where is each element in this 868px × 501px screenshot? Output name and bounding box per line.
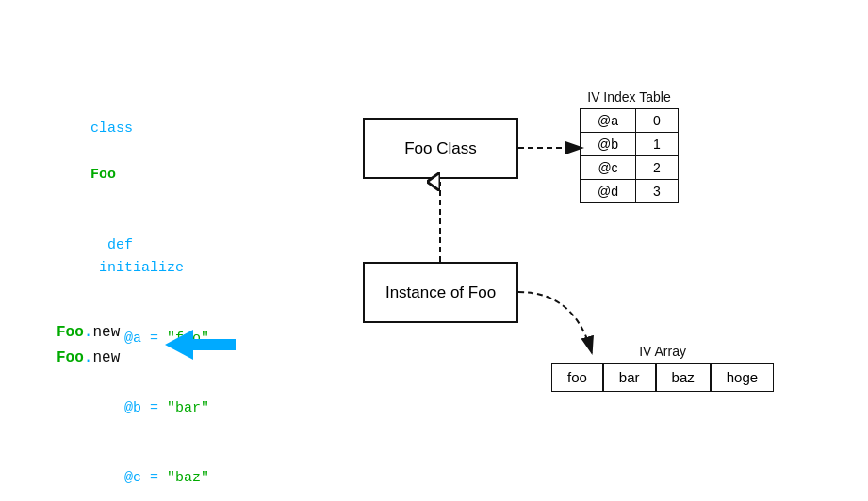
method-name: initialize [90,260,184,276]
foonew2-method: new [92,349,120,366]
foo-class-box: Foo Class [363,118,518,179]
iv-index-table: IV Index Table @a0@b1@c2@d3 [580,89,679,203]
foo-class-label: Foo Class [404,139,477,158]
instance-box: Instance of Foo [363,262,518,323]
code-line-5: @c = "baz" [57,444,218,501]
array-cell: hoge [711,363,774,392]
eq-b: = [141,400,167,416]
foonew2-class: Foo [57,349,84,366]
foonew1-class: Foo [57,324,84,341]
ivar-index-cell: 1 [636,133,679,156]
ivar-name-cell: @a [581,109,636,133]
table-row: @c2 [581,156,679,180]
eq-a: = [141,331,167,347]
foonew1-method: new [92,324,120,341]
table-row: @a0 [581,109,679,133]
class-name: Foo [90,167,116,183]
iv-array: IV Array foobarbazhoge [551,344,774,392]
ivar-index-cell: 3 [636,180,679,203]
ivar-name-cell: @c [581,156,636,180]
foonew-line-2: Foo.new [57,346,120,371]
keyword-class: class [90,121,133,137]
iv-array-title: IV Array [551,344,774,359]
code-line-2: def initialize [57,211,218,304]
keyword-def: def [90,237,133,253]
eq-c: = [141,470,167,486]
code-line-1: class Foo [57,94,218,211]
array-cell: baz [656,363,711,392]
iv-index-data: @a0@b1@c2@d3 [580,108,679,203]
ivar-index-cell: 0 [636,109,679,133]
foonew-block: Foo.new Foo.new [57,320,120,371]
iv-index-title: IV Index Table [580,89,679,105]
blue-arrow-icon [165,328,236,362]
code-block: class Foo def initialize @a = "foo" @b =… [57,94,218,501]
code-line-4: @b = "bar" [57,374,218,444]
instance-label: Instance of Foo [385,283,496,302]
svg-marker-0 [165,330,236,360]
ivar-name-cell: @b [581,133,636,156]
ivar-name-cell: @d [581,180,636,203]
table-row: @b1 [581,133,679,156]
ivar-c: @c [90,470,141,486]
iv-array-cells: foobarbazhoge [551,363,774,392]
val-b: "bar" [167,400,209,416]
val-c: "baz" [167,470,209,486]
foonew-line-1: Foo.new [57,320,120,346]
ivar-b: @b [90,400,141,416]
table-row: @d3 [581,180,679,203]
foonew1-dot: . [84,324,93,341]
ivar-index-cell: 2 [636,156,679,180]
array-cell: foo [551,363,603,392]
array-cell: bar [603,363,656,392]
foonew2-dot: . [84,349,93,366]
